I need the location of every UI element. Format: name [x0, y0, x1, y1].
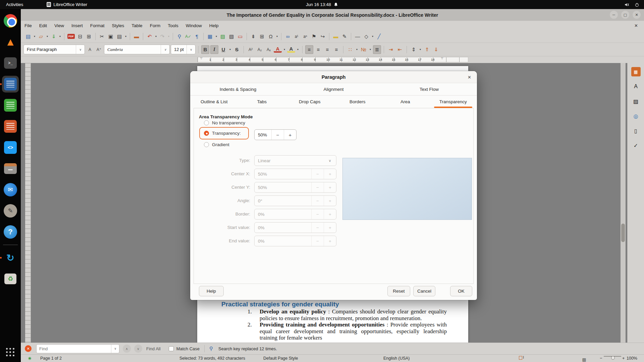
footnote-icon[interactable]: a¹: [292, 32, 301, 41]
formatting-marks-icon[interactable]: ¶: [193, 32, 201, 41]
menu-format[interactable]: Format: [87, 22, 108, 29]
tab-transparency[interactable]: Transparency: [429, 96, 477, 108]
menu-window[interactable]: Window: [182, 22, 206, 29]
sidebar-accessibility-icon[interactable]: ✓: [631, 141, 641, 150]
vertical-scrollbar[interactable]: [621, 63, 626, 343]
chevron-down-icon[interactable]: ∨: [76, 45, 85, 54]
print-icon[interactable]: ⊟: [76, 32, 84, 41]
tab-drop-caps[interactable]: Drop Caps: [286, 96, 334, 108]
text-language[interactable]: English (USA): [383, 356, 410, 361]
radio-transparency[interactable]: Transparency:: [204, 131, 241, 136]
save-dropdown[interactable]: ▾: [58, 32, 62, 41]
show-applications-button[interactable]: [6, 348, 15, 357]
new-style-icon[interactable]: A⁺: [95, 45, 103, 54]
subscript-button[interactable]: A₂: [256, 45, 264, 54]
find-all-button[interactable]: Find All: [146, 346, 161, 351]
print-preview-icon[interactable]: ⊞: [85, 32, 93, 41]
decrement-button[interactable]: −: [311, 169, 324, 179]
page-break-icon[interactable]: ⇟: [249, 32, 257, 41]
insert-mode-icon[interactable]: [519, 356, 522, 360]
clone-formatting-icon[interactable]: ▬: [132, 32, 141, 41]
bullet-list-dropdown[interactable]: ▾: [355, 45, 359, 54]
increment-button[interactable]: +: [324, 182, 336, 192]
highlight-dropdown[interactable]: ▾: [296, 45, 300, 54]
insert-field-icon[interactable]: ⊞: [258, 32, 266, 41]
menu-styles[interactable]: Styles: [108, 22, 128, 29]
vertical-ruler[interactable]: [25, 63, 31, 343]
track-changes-icon[interactable]: ✎: [340, 32, 348, 41]
find-history-dropdown[interactable]: ∨: [111, 345, 119, 353]
insert-image-icon[interactable]: ▨: [219, 32, 227, 41]
decrement-button[interactable]: −: [311, 209, 324, 219]
dialog-header[interactable]: Paragraph ✕: [190, 71, 477, 83]
find-next-button[interactable]: ∨: [134, 345, 142, 353]
font-color-button[interactable]: A: [274, 47, 282, 53]
focused-app-menu[interactable]: LibreOffice Writer: [47, 2, 87, 7]
end-value-spinner[interactable]: 0% − +: [254, 236, 336, 246]
reset-button[interactable]: Reset: [387, 286, 410, 296]
special-character-dropdown[interactable]: ▾: [275, 32, 279, 41]
basic-shapes-dropdown[interactable]: ▾: [371, 32, 374, 41]
close-find-bar-icon[interactable]: ✕: [25, 345, 32, 352]
center-x-spinner[interactable]: 50% − +: [254, 169, 336, 179]
open-dropdown[interactable]: ▾: [46, 32, 49, 41]
find-previous-button[interactable]: ∧: [123, 345, 131, 353]
dock-writer[interactable]: [2, 76, 19, 93]
indent-marker[interactable]: ▽: [441, 57, 443, 60]
decrement-button[interactable]: −: [311, 223, 324, 233]
menu-edit[interactable]: Edit: [36, 22, 51, 29]
insert-line-icon[interactable]: —: [354, 32, 362, 41]
menu-view[interactable]: View: [51, 22, 68, 29]
page-style[interactable]: Default Page Style: [263, 356, 298, 361]
paragraph-style-combo[interactable]: First Paragraph∨: [23, 45, 85, 54]
zoom-level[interactable]: 100%: [627, 356, 637, 361]
help-button[interactable]: Help: [199, 286, 224, 296]
increment-button[interactable]: +: [324, 169, 336, 179]
paste-icon[interactable]: ▤: [115, 32, 123, 41]
menu-insert[interactable]: Insert: [68, 22, 87, 29]
horizontal-ruler[interactable]: 1 2 3 4 5 6 7 8 9 10 11 12 13 14 15 16 1…: [21, 56, 644, 63]
increment-button[interactable]: +: [324, 223, 336, 233]
hyperlink-icon[interactable]: ∞: [284, 32, 292, 41]
numbered-list-dropdown[interactable]: ▾: [369, 45, 372, 54]
increment-button[interactable]: +: [324, 196, 336, 206]
document-text[interactable]: Practical strategies for gender equality…: [221, 301, 447, 341]
insert-textbox-icon[interactable]: ▭: [236, 32, 244, 41]
special-character-icon[interactable]: Ω: [267, 32, 275, 41]
new-document-dropdown[interactable]: ▾: [33, 32, 36, 41]
scrollbar-thumb[interactable]: [621, 224, 625, 242]
redo-dropdown[interactable]: ▾: [167, 32, 170, 41]
copy-icon[interactable]: ▣: [107, 32, 115, 41]
word-count[interactable]: Selected: 73 words, 492 characters: [179, 356, 245, 361]
decrement-button[interactable]: −: [311, 182, 324, 192]
zoom-in-icon[interactable]: +: [622, 356, 625, 361]
type-select[interactable]: Linear ∨: [254, 155, 336, 166]
line-spacing-button[interactable]: ⇕: [410, 45, 418, 54]
insert-table-dropdown[interactable]: ▾: [215, 32, 218, 41]
align-right-button[interactable]: ≡: [323, 45, 331, 54]
radio-circle-selected[interactable]: [204, 131, 209, 136]
angle-spinner[interactable]: 0° − +: [254, 195, 336, 206]
menu-form[interactable]: Form: [146, 22, 164, 29]
minimize-button[interactable]: ─: [610, 11, 618, 19]
center-y-spinner[interactable]: 50% − +: [254, 182, 336, 193]
dock-impress[interactable]: [2, 118, 19, 135]
open-folder-icon[interactable]: ▱: [37, 32, 45, 41]
increase-para-spacing-button[interactable]: ⇑: [423, 45, 431, 54]
decrement-button[interactable]: −: [311, 196, 324, 206]
menu-file[interactable]: File: [21, 22, 36, 29]
tab-tabs[interactable]: Tabs: [238, 96, 286, 108]
draw-functions-icon[interactable]: ╱: [375, 32, 383, 41]
underline-dropdown[interactable]: ▾: [228, 45, 232, 54]
find-input[interactable]: [37, 345, 111, 353]
save-icon[interactable]: ⇓: [50, 32, 58, 41]
sidebar-page-icon[interactable]: ▯: [631, 126, 641, 135]
export-pdf-icon[interactable]: PDF: [67, 32, 75, 41]
activities-button[interactable]: Activities: [6, 2, 23, 7]
bullet-list-button[interactable]: ∷: [346, 45, 354, 54]
new-document-icon[interactable]: ▤: [24, 32, 32, 41]
undo-dropdown[interactable]: ▾: [154, 32, 158, 41]
dock-thunderbird[interactable]: ✉: [2, 181, 19, 198]
bookmark-icon[interactable]: ⚑: [310, 32, 318, 41]
transparency-value[interactable]: 50%: [255, 130, 271, 140]
